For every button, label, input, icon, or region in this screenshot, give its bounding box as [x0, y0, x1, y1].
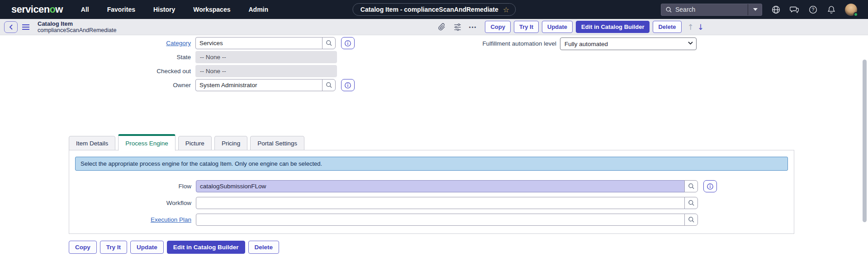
- category-lookup-button[interactable]: [322, 37, 336, 49]
- nav-menu-history[interactable]: History: [153, 6, 175, 13]
- nav-right: ?: [661, 0, 868, 19]
- footer-try-it-button[interactable]: Try It: [100, 241, 127, 254]
- fulfillment-automation-level-field: Fully automated: [560, 37, 697, 50]
- tab-process-engine[interactable]: Process Engine: [118, 134, 175, 151]
- flow-label: Flow: [69, 183, 191, 190]
- vertical-scrollbar[interactable]: [863, 60, 867, 222]
- tab-item-details[interactable]: Item Details: [69, 136, 115, 150]
- execution-plan-input[interactable]: [196, 214, 685, 226]
- flow-info-button[interactable]: [703, 180, 717, 192]
- owner-label: Owner: [0, 82, 191, 89]
- search-scope-dropdown[interactable]: [748, 4, 762, 15]
- svg-text:?: ?: [811, 7, 814, 12]
- execution-plan-link[interactable]: Execution Plan: [151, 216, 191, 223]
- presence-status-dot: [854, 12, 858, 17]
- search-icon: [688, 216, 695, 223]
- try-it-button[interactable]: Try It: [514, 21, 539, 33]
- category-input[interactable]: [195, 37, 323, 49]
- execution-plan-row: Execution Plan: [69, 214, 698, 226]
- chat-icon[interactable]: [789, 5, 799, 14]
- previous-record-arrow-icon[interactable]: ↑: [688, 23, 694, 32]
- footer-edit-in-catalog-builder-button[interactable]: Edit in Catalog Builder: [167, 241, 245, 254]
- logo-green-o: o: [50, 4, 56, 15]
- info-icon: [707, 183, 714, 190]
- help-icon[interactable]: ?: [808, 5, 818, 14]
- state-row: State -- None --: [0, 51, 337, 63]
- fulfillment-automation-level-select[interactable]: Fully automated: [560, 37, 697, 50]
- footer-delete-button[interactable]: Delete: [248, 241, 280, 254]
- notifications-bell-icon[interactable]: [826, 5, 836, 14]
- fulfillment-automation-level-label: Fulfillment automation level: [470, 40, 556, 47]
- owner-info-button[interactable]: [341, 79, 355, 91]
- flow-row: Flow: [69, 180, 717, 192]
- more-actions-icon[interactable]: •••: [469, 24, 477, 30]
- context-menu-icon[interactable]: [22, 24, 29, 25]
- form-content: Category State -- None -- Checked out --…: [0, 36, 868, 261]
- owner-row: Owner: [0, 79, 355, 91]
- checked-out-readonly-field: -- None --: [195, 65, 337, 77]
- search-icon: [326, 82, 332, 89]
- search-icon: [326, 40, 332, 47]
- workflow-lookup-button[interactable]: [684, 197, 698, 209]
- nav-menu-workspaces[interactable]: Workspaces: [193, 6, 230, 13]
- global-search[interactable]: [661, 4, 762, 16]
- flow-lookup-button[interactable]: [684, 180, 698, 192]
- edit-in-catalog-builder-button[interactable]: Edit in Catalog Builder: [576, 21, 650, 33]
- workflow-input[interactable]: [196, 197, 685, 209]
- attachment-paperclip-icon[interactable]: [437, 23, 446, 32]
- copy-button[interactable]: Copy: [485, 21, 511, 33]
- execution-plan-lookup-button[interactable]: [684, 214, 698, 226]
- search-icon: [665, 6, 672, 13]
- servicenow-logo[interactable]: servicenow: [11, 4, 63, 15]
- nav-menu-favorites[interactable]: Favorites: [107, 6, 135, 13]
- nav-menus: All Favorites History Workspaces Admin: [81, 6, 268, 13]
- category-info-button[interactable]: [341, 37, 355, 49]
- footer-update-button[interactable]: Update: [130, 241, 164, 254]
- form-tabs: Item Details Process Engine Picture Pric…: [69, 134, 307, 150]
- record-title-name: complianceScanAndRemediate: [38, 27, 116, 34]
- toolbar-actions: ••• Copy Try It Update Edit in Catalog B…: [437, 21, 704, 33]
- tab-picture[interactable]: Picture: [178, 136, 212, 150]
- search-icon: [688, 200, 695, 206]
- flow-input[interactable]: [196, 180, 685, 192]
- context-pill[interactable]: Catalog Item - complianceScanAndRemediat…: [352, 3, 516, 16]
- info-icon: [344, 82, 351, 89]
- info-icon: [344, 40, 351, 47]
- record-title: Catalog Item complianceScanAndRemediate: [38, 20, 116, 34]
- nav-menu-admin[interactable]: Admin: [248, 6, 268, 13]
- back-button[interactable]: [4, 21, 18, 33]
- record-title-type: Catalog Item: [38, 20, 116, 27]
- delete-button[interactable]: Delete: [653, 21, 681, 33]
- tab-pricing[interactable]: Pricing: [214, 136, 247, 150]
- globe-icon[interactable]: [771, 5, 781, 14]
- top-nav: servicenow All Favorites History Workspa…: [0, 0, 868, 19]
- category-link[interactable]: Category: [166, 40, 191, 47]
- process-engine-info-banner: Select the appropriate process engine fo…: [75, 157, 788, 171]
- process-engine-panel: Select the appropriate process engine fo…: [69, 150, 794, 234]
- personalize-form-sliders-icon[interactable]: [453, 23, 462, 32]
- footer-copy-button[interactable]: Copy: [69, 241, 97, 254]
- favorite-star-icon[interactable]: ☆: [503, 5, 509, 14]
- state-label: State: [0, 54, 191, 61]
- workflow-row: Workflow: [69, 197, 698, 209]
- tab-portal-settings[interactable]: Portal Settings: [250, 136, 304, 150]
- footer-actions: Copy Try It Update Edit in Catalog Build…: [69, 241, 282, 254]
- form-toolbar: Catalog Item complianceScanAndRemediate …: [0, 19, 868, 35]
- owner-input[interactable]: [195, 79, 323, 91]
- category-row: Category: [0, 37, 355, 49]
- execution-plan-label: Execution Plan: [69, 216, 191, 223]
- next-record-arrow-icon[interactable]: ↓: [697, 23, 704, 32]
- chevron-down-icon: [753, 8, 758, 11]
- chevron-left-icon: [9, 24, 13, 30]
- owner-lookup-button[interactable]: [322, 79, 336, 91]
- search-icon: [688, 183, 695, 190]
- update-button[interactable]: Update: [542, 21, 573, 33]
- context-pill-label: Catalog Item - complianceScanAndRemediat…: [360, 6, 498, 13]
- nav-menu-all[interactable]: All: [81, 6, 89, 13]
- checked-out-row: Checked out -- None --: [0, 65, 337, 77]
- checked-out-label: Checked out: [0, 68, 191, 75]
- user-avatar[interactable]: [845, 4, 857, 16]
- category-label: Category: [0, 40, 191, 47]
- state-readonly-field: -- None --: [195, 51, 337, 63]
- search-input[interactable]: [675, 6, 748, 13]
